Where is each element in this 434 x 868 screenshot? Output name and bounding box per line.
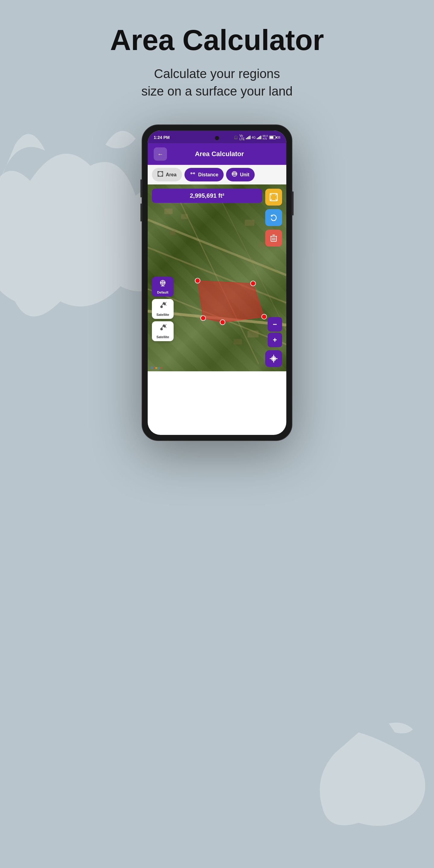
status-icons: 🎧 VoLTE 4G 68.0K/S [234,134,280,141]
unit-tab-label: Unit [240,172,249,178]
default-view-button[interactable]: Default [152,277,174,297]
power-button[interactable] [292,191,293,216]
svg-rect-19 [164,209,173,214]
back-arrow-icon: ← [157,151,163,158]
svg-rect-20 [181,214,188,219]
world-map-right [299,717,434,838]
svg-line-13 [148,220,286,275]
tab-distance[interactable]: Distance [184,168,224,181]
location-button[interactable] [265,350,282,367]
satellite-view-button-2[interactable]: Satellite [152,321,174,341]
zoom-out-icon: − [273,320,277,329]
page-title: Area Calculator [110,24,324,56]
svg-line-16 [176,192,258,364]
zoom-controls: − + [268,317,282,347]
area-tab-icon [157,171,163,179]
svg-rect-25 [234,339,242,344]
phone-frame: 1:24 PM 🎧 VoLTE 4G [142,124,292,441]
area-value: 2,995,691 ft² [190,192,224,199]
area-tab-label: Area [166,172,177,178]
unit-tab-icon [231,171,238,179]
app-header: ← Area Calculator [148,143,286,165]
zoom-in-icon: + [273,336,277,344]
svg-marker-26 [198,281,264,322]
delete-tool-button[interactable] [265,230,282,247]
svg-point-27 [195,278,200,283]
resize-tool-button[interactable] [265,189,282,206]
page-subtitle: Calculate your regionssize on a surface … [141,65,293,101]
svg-line-52 [165,302,166,303]
battery-icon [269,135,276,139]
svg-point-30 [220,320,225,325]
svg-line-57 [165,324,166,326]
4g-label: 4G [252,136,255,139]
tab-unit[interactable]: Unit [226,168,255,181]
vo-lte-label: VoLTE [239,134,245,141]
default-view-label: Default [157,290,168,294]
satellite-view-label-2: Satellite [156,335,169,339]
zoom-in-button[interactable]: + [268,333,282,347]
app-header-title: Area Calculator [172,150,267,158]
phone-wrapper: 1:24 PM 🎧 VoLTE 4G [142,124,292,441]
satellite-icon-2 [158,324,167,334]
svg-line-50 [161,304,163,306]
svg-line-55 [161,326,163,328]
status-time: 1:24 PM [154,135,170,140]
svg-point-54 [160,328,163,330]
zoom-out-button[interactable]: − [268,317,282,332]
speed-label: 68.0K/S [262,135,268,140]
svg-rect-24 [247,331,258,338]
signal-bars-2 [257,135,261,139]
svg-rect-22 [245,220,254,226]
tab-bar: Area Distance [148,165,286,184]
svg-point-29 [261,314,267,319]
back-button[interactable]: ← [154,147,167,161]
satellite-icon-1 [158,301,167,312]
tab-area[interactable]: Area [152,168,182,181]
headphone-icon: 🎧 [234,135,238,140]
phone-screen: 1:24 PM 🎧 VoLTE 4G [148,130,286,435]
svg-rect-21 [170,231,176,235]
volume-down-button[interactable] [141,204,142,221]
satellite-view-label-1: Satellite [156,313,169,316]
svg-point-28 [250,281,255,286]
default-view-icon [158,279,167,289]
distance-tab-label: Distance [198,172,218,178]
battery-percent: 38 [277,136,280,139]
volume-up-button[interactable] [141,179,142,197]
map-view-buttons: Default Satellite [152,277,174,341]
svg-point-49 [160,306,163,308]
svg-line-58 [165,327,166,328]
svg-point-31 [201,315,206,321]
satellite-view-button-1[interactable]: Satellite [152,299,174,319]
svg-line-53 [165,304,166,306]
area-display: 2,995,691 ft² [152,189,262,203]
google-logo: Google [151,366,162,370]
undo-tool-button[interactable] [265,209,282,226]
signal-bars-1 [246,135,250,139]
camera-notch [215,136,219,140]
distance-tab-icon [190,171,196,179]
map-container[interactable]: 2,995,691 ft² [148,184,286,371]
svg-point-59 [272,357,275,360]
